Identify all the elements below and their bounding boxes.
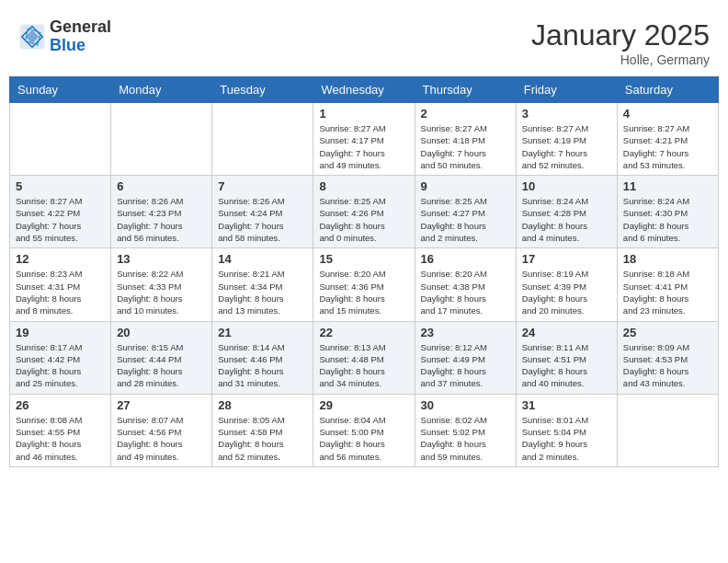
day-info: Sunrise: 8:05 AM Sunset: 4:58 PM Dayligh… bbox=[218, 414, 307, 463]
day-number: 25 bbox=[623, 326, 712, 339]
calendar-cell: 15Sunrise: 8:20 AM Sunset: 4:36 PM Dayli… bbox=[313, 248, 415, 321]
day-number: 10 bbox=[522, 179, 611, 193]
logo-general: General bbox=[50, 18, 111, 37]
logo-icon bbox=[18, 23, 46, 51]
day-number: 3 bbox=[522, 107, 611, 121]
day-number: 19 bbox=[16, 326, 105, 339]
calendar-cell: 24Sunrise: 8:11 AM Sunset: 4:51 PM Dayli… bbox=[516, 321, 617, 394]
day-number: 6 bbox=[117, 179, 206, 193]
day-number: 16 bbox=[421, 252, 510, 266]
day-info: Sunrise: 8:24 AM Sunset: 4:30 PM Dayligh… bbox=[623, 195, 712, 244]
calendar-cell bbox=[617, 394, 718, 466]
day-info: Sunrise: 8:20 AM Sunset: 4:38 PM Dayligh… bbox=[421, 268, 510, 316]
calendar-cell bbox=[212, 103, 313, 176]
title-block: January 2025 Holle, Germany bbox=[531, 18, 710, 67]
calendar-cell: 8Sunrise: 8:25 AM Sunset: 4:26 PM Daylig… bbox=[313, 176, 415, 248]
day-number: 15 bbox=[319, 252, 408, 266]
day-number: 24 bbox=[522, 326, 611, 339]
calendar-cell: 17Sunrise: 8:19 AM Sunset: 4:39 PM Dayli… bbox=[516, 248, 617, 321]
day-info: Sunrise: 8:25 AM Sunset: 4:27 PM Dayligh… bbox=[421, 195, 510, 244]
day-info: Sunrise: 8:14 AM Sunset: 4:46 PM Dayligh… bbox=[218, 341, 307, 390]
day-number: 22 bbox=[319, 326, 408, 339]
calendar-cell: 14Sunrise: 8:21 AM Sunset: 4:34 PM Dayli… bbox=[212, 248, 313, 321]
calendar-cell: 9Sunrise: 8:25 AM Sunset: 4:27 PM Daylig… bbox=[415, 176, 516, 248]
day-info: Sunrise: 8:17 AM Sunset: 4:42 PM Dayligh… bbox=[16, 341, 105, 390]
day-info: Sunrise: 8:02 AM Sunset: 5:02 PM Dayligh… bbox=[421, 414, 510, 463]
day-info: Sunrise: 8:21 AM Sunset: 4:34 PM Dayligh… bbox=[218, 268, 307, 316]
weekday-header-saturday: Saturday bbox=[617, 77, 718, 103]
day-info: Sunrise: 8:27 AM Sunset: 4:19 PM Dayligh… bbox=[522, 122, 611, 171]
day-number: 18 bbox=[623, 252, 712, 266]
day-number: 8 bbox=[319, 179, 408, 193]
day-number: 9 bbox=[421, 179, 510, 193]
day-info: Sunrise: 8:23 AM Sunset: 4:31 PM Dayligh… bbox=[16, 268, 105, 316]
day-info: Sunrise: 8:26 AM Sunset: 4:23 PM Dayligh… bbox=[117, 195, 206, 244]
calendar-cell: 31Sunrise: 8:01 AM Sunset: 5:04 PM Dayli… bbox=[516, 394, 617, 466]
day-info: Sunrise: 8:09 AM Sunset: 4:53 PM Dayligh… bbox=[623, 341, 712, 390]
day-info: Sunrise: 8:12 AM Sunset: 4:49 PM Dayligh… bbox=[421, 341, 510, 390]
day-number: 14 bbox=[218, 252, 307, 266]
calendar-cell: 19Sunrise: 8:17 AM Sunset: 4:42 PM Dayli… bbox=[10, 321, 111, 394]
calendar-cell: 6Sunrise: 8:26 AM Sunset: 4:23 PM Daylig… bbox=[111, 176, 212, 248]
day-info: Sunrise: 8:08 AM Sunset: 4:55 PM Dayligh… bbox=[16, 414, 105, 463]
calendar-cell: 22Sunrise: 8:13 AM Sunset: 4:48 PM Dayli… bbox=[313, 321, 415, 394]
day-number: 30 bbox=[421, 398, 510, 412]
calendar-cell: 23Sunrise: 8:12 AM Sunset: 4:49 PM Dayli… bbox=[415, 321, 516, 394]
weekday-header-monday: Monday bbox=[111, 77, 212, 103]
logo: General Blue bbox=[18, 18, 111, 55]
day-info: Sunrise: 8:27 AM Sunset: 4:21 PM Dayligh… bbox=[623, 122, 712, 171]
calendar-cell: 20Sunrise: 8:15 AM Sunset: 4:44 PM Dayli… bbox=[111, 321, 212, 394]
day-info: Sunrise: 8:24 AM Sunset: 4:28 PM Dayligh… bbox=[522, 195, 611, 244]
calendar-cell: 2Sunrise: 8:27 AM Sunset: 4:18 PM Daylig… bbox=[415, 103, 516, 176]
day-number: 4 bbox=[623, 107, 712, 121]
calendar-cell bbox=[10, 103, 111, 176]
weekday-header-row: SundayMondayTuesdayWednesdayThursdayFrid… bbox=[10, 77, 719, 103]
day-info: Sunrise: 8:27 AM Sunset: 4:18 PM Dayligh… bbox=[421, 122, 510, 171]
calendar-cell: 28Sunrise: 8:05 AM Sunset: 4:58 PM Dayli… bbox=[212, 394, 313, 466]
calendar-week-row: 26Sunrise: 8:08 AM Sunset: 4:55 PM Dayli… bbox=[10, 394, 719, 466]
weekday-header-thursday: Thursday bbox=[415, 77, 516, 103]
day-info: Sunrise: 8:11 AM Sunset: 4:51 PM Dayligh… bbox=[522, 341, 611, 390]
day-info: Sunrise: 8:07 AM Sunset: 4:56 PM Dayligh… bbox=[117, 414, 206, 463]
month-title: January 2025 bbox=[531, 18, 710, 52]
day-number: 29 bbox=[319, 398, 408, 412]
day-number: 7 bbox=[218, 179, 307, 193]
page-header: General Blue January 2025 Holle, Germany bbox=[9, 9, 719, 72]
day-number: 20 bbox=[117, 326, 206, 339]
calendar-cell: 4Sunrise: 8:27 AM Sunset: 4:21 PM Daylig… bbox=[617, 103, 718, 176]
day-number: 17 bbox=[522, 252, 611, 266]
calendar-week-row: 19Sunrise: 8:17 AM Sunset: 4:42 PM Dayli… bbox=[10, 321, 719, 394]
calendar-week-row: 1Sunrise: 8:27 AM Sunset: 4:17 PM Daylig… bbox=[10, 103, 719, 176]
logo-text: General Blue bbox=[50, 18, 111, 55]
day-number: 26 bbox=[16, 398, 105, 412]
calendar-cell: 30Sunrise: 8:02 AM Sunset: 5:02 PM Dayli… bbox=[415, 394, 516, 466]
calendar-cell: 12Sunrise: 8:23 AM Sunset: 4:31 PM Dayli… bbox=[10, 248, 111, 321]
weekday-header-wednesday: Wednesday bbox=[313, 77, 415, 103]
day-info: Sunrise: 8:27 AM Sunset: 4:17 PM Dayligh… bbox=[319, 122, 408, 171]
day-number: 28 bbox=[218, 398, 307, 412]
calendar-cell: 18Sunrise: 8:18 AM Sunset: 4:41 PM Dayli… bbox=[617, 248, 718, 321]
day-info: Sunrise: 8:04 AM Sunset: 5:00 PM Dayligh… bbox=[319, 414, 408, 463]
day-number: 21 bbox=[218, 326, 307, 339]
day-number: 11 bbox=[623, 179, 712, 193]
day-info: Sunrise: 8:20 AM Sunset: 4:36 PM Dayligh… bbox=[319, 268, 408, 316]
day-number: 31 bbox=[522, 398, 611, 412]
calendar-cell: 5Sunrise: 8:27 AM Sunset: 4:22 PM Daylig… bbox=[10, 176, 111, 248]
calendar-cell: 16Sunrise: 8:20 AM Sunset: 4:38 PM Dayli… bbox=[415, 248, 516, 321]
calendar-cell: 21Sunrise: 8:14 AM Sunset: 4:46 PM Dayli… bbox=[212, 321, 313, 394]
calendar-cell: 25Sunrise: 8:09 AM Sunset: 4:53 PM Dayli… bbox=[617, 321, 718, 394]
calendar-cell: 13Sunrise: 8:22 AM Sunset: 4:33 PM Dayli… bbox=[111, 248, 212, 321]
calendar-cell: 10Sunrise: 8:24 AM Sunset: 4:28 PM Dayli… bbox=[516, 176, 617, 248]
calendar-cell: 26Sunrise: 8:08 AM Sunset: 4:55 PM Dayli… bbox=[10, 394, 111, 466]
calendar-week-row: 12Sunrise: 8:23 AM Sunset: 4:31 PM Dayli… bbox=[10, 248, 719, 321]
calendar-cell bbox=[111, 103, 212, 176]
day-info: Sunrise: 8:13 AM Sunset: 4:48 PM Dayligh… bbox=[319, 341, 408, 390]
day-number: 1 bbox=[319, 107, 408, 121]
day-info: Sunrise: 8:26 AM Sunset: 4:24 PM Dayligh… bbox=[218, 195, 307, 244]
calendar-cell: 27Sunrise: 8:07 AM Sunset: 4:56 PM Dayli… bbox=[111, 394, 212, 466]
calendar-cell: 29Sunrise: 8:04 AM Sunset: 5:00 PM Dayli… bbox=[313, 394, 415, 466]
calendar-cell: 7Sunrise: 8:26 AM Sunset: 4:24 PM Daylig… bbox=[212, 176, 313, 248]
day-number: 13 bbox=[117, 252, 206, 266]
location: Holle, Germany bbox=[531, 52, 710, 67]
day-number: 23 bbox=[421, 326, 510, 339]
